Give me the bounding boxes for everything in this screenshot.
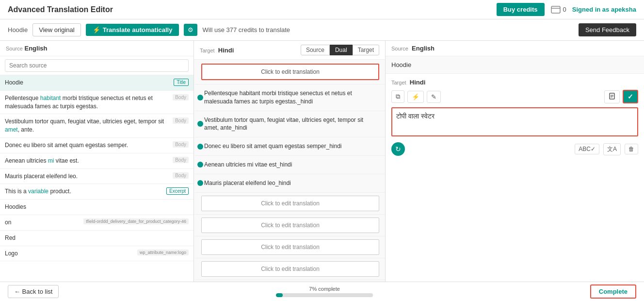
view-original-button[interactable]: View original <box>32 23 80 36</box>
list-item[interactable]: Vestibulum tortor quam, feugiat vitae, u… <box>0 114 193 138</box>
right-bottom-tools: ↻ ABC✓ 文A 🗑 <box>391 140 638 158</box>
middle-panel: Target Hindi Source Dual Target Click to… <box>194 41 386 282</box>
toggle-source[interactable]: Source <box>301 45 330 55</box>
click-to-edit-button-highlighted[interactable]: Click to edit translation <box>201 64 379 80</box>
list-item[interactable]: Hoodies <box>0 200 193 215</box>
translation-row: Click to edit translation <box>194 193 385 215</box>
click-to-edit-button[interactable]: Click to edit translation <box>201 239 379 255</box>
translation-row: Click to edit translation <box>194 215 385 236</box>
connector-dot <box>197 144 203 150</box>
right-panel: Source English Hoodie Target Hindi ⧉ ⚡ ✎… <box>386 41 644 282</box>
toggle-target[interactable]: Target <box>353 45 379 55</box>
search-box <box>0 56 193 75</box>
right-target-section: Target Hindi ⧉ ⚡ ✎ ✓ टोपी वाला स्वेटर ↻ … <box>386 74 644 282</box>
copy-tool-button[interactable]: ⧉ <box>391 90 404 103</box>
progress-bar-container <box>276 293 373 297</box>
toggle-dual[interactable]: Dual <box>330 45 353 55</box>
source-label: Source <box>6 46 23 51</box>
list-item[interactable]: Aenean ultricies mi vitae est. Body <box>0 153 193 169</box>
translate-char-button[interactable]: 文A <box>603 143 621 155</box>
source-lang: English <box>24 45 47 52</box>
connector-dot <box>197 162 203 167</box>
left-panel: Source English Hoodie Title Pellentesque… <box>0 41 194 282</box>
translation-input[interactable]: टोपी वाला स्वेटर <box>391 107 638 136</box>
spellcheck-button[interactable]: ABC✓ <box>575 144 599 154</box>
edit-tool-button[interactable]: ✎ <box>427 91 441 103</box>
breadcrumb: Hoodie <box>8 26 28 33</box>
back-to-list-button[interactable]: ← Back to list <box>8 285 59 298</box>
right-source-header: Source English <box>386 41 644 56</box>
signed-in-info: Signed in as apeksha <box>572 6 636 13</box>
translation-row: Vestibulum tortor quam, feugiat vitae, u… <box>194 111 385 138</box>
click-to-edit-button[interactable]: Click to edit translation <box>201 196 379 211</box>
credits-count: 0 <box>563 6 566 13</box>
translation-row: Click to edit translation <box>194 280 385 282</box>
translation-row: Aenean ultricies mi vitae est_hindi <box>194 156 385 174</box>
app-title: Advanced Translation Editor <box>8 5 113 14</box>
svg-rect-0 <box>551 6 560 13</box>
refresh-button[interactable]: ↻ <box>391 142 405 156</box>
right-toolbar: ⧉ ⚡ ✎ ✓ <box>391 90 638 103</box>
click-to-edit-button[interactable]: Click to edit translation <box>201 217 379 233</box>
buy-credits-button[interactable]: Buy credits <box>497 3 545 16</box>
main-area: Source English Hoodie Title Pellentesque… <box>0 41 644 282</box>
footer: ← Back to list 7% complete Complete <box>0 282 644 301</box>
translation-row: Click to edit translation <box>194 60 385 84</box>
settings-button[interactable]: ⚙ <box>184 24 197 36</box>
delete-button[interactable]: 🗑 <box>625 144 638 154</box>
right-source-text: Hoodie <box>386 56 644 74</box>
click-to-edit-button[interactable]: Click to edit translation <box>201 261 379 277</box>
translation-list: Click to edit translation Pellentesque h… <box>194 60 385 282</box>
translation-row: Pellentesque habitant morbi tristique se… <box>194 84 385 111</box>
translate-auto-button[interactable]: ⚡ Translate automatically <box>86 24 179 36</box>
translation-row: Click to edit translation <box>194 258 385 280</box>
credits-icon <box>550 4 561 15</box>
list-item[interactable]: Donec eu libero sit amet quam egestas se… <box>0 138 193 153</box>
right-target-header: Target Hindi <box>391 79 638 86</box>
credits-badge: 0 <box>550 4 566 15</box>
send-feedback-button[interactable]: Send Feedback <box>579 23 636 36</box>
list-item[interactable]: Hoodie Title <box>0 75 193 91</box>
source-panel-header: Source English <box>0 41 193 56</box>
connector-dot <box>197 95 203 100</box>
doc-tool-button[interactable] <box>604 90 620 103</box>
app-header: Advanced Translation Editor Buy credits … <box>0 0 644 19</box>
translation-row: Donec eu libero sit amet quam egestas se… <box>194 137 385 156</box>
complete-button[interactable]: Complete <box>590 284 636 299</box>
translate-tool-button[interactable]: ⚡ <box>407 91 424 103</box>
list-item[interactable]: This is a variable product. Excerpt <box>0 184 193 200</box>
translation-row: Mauris placerat eleifend leo_hindi <box>194 174 385 193</box>
toolbar: Hoodie View original ⚡ Translate automat… <box>0 19 644 41</box>
search-input[interactable] <box>5 59 189 72</box>
list-item[interactable]: on tfield-orddd_delivery_date_for_produc… <box>0 215 193 231</box>
target-label-header: Target Hindi <box>200 47 234 54</box>
doc-icon <box>609 93 615 100</box>
credits-info: Will use 377 credits to translate <box>202 26 290 33</box>
middle-panel-header: Target Hindi Source Dual Target <box>194 41 385 60</box>
list-item[interactable]: Mauris placerat eleifend leo. Body <box>0 169 193 184</box>
lightning-icon: ⚡ <box>93 26 100 33</box>
list-item[interactable]: Red <box>0 231 193 246</box>
header-right: Buy credits 0 Signed in as apeksha <box>497 3 636 16</box>
connector-dot <box>197 121 203 127</box>
list-item[interactable]: Logo wp_attribute_name:logo <box>0 246 193 262</box>
progress-section: 7% complete <box>276 286 373 297</box>
list-item[interactable]: Pellentesque habitant morbi tristique se… <box>0 91 193 115</box>
view-toggle: Source Dual Target <box>301 45 379 55</box>
source-list: Hoodie Title Pellentesque habitant morbi… <box>0 75 193 282</box>
translation-row: Click to edit translation <box>194 236 385 258</box>
confirm-tool-button[interactable]: ✓ <box>623 90 638 103</box>
progress-label: 7% complete <box>309 286 340 292</box>
progress-bar <box>276 293 283 297</box>
connector-dot <box>197 180 203 186</box>
